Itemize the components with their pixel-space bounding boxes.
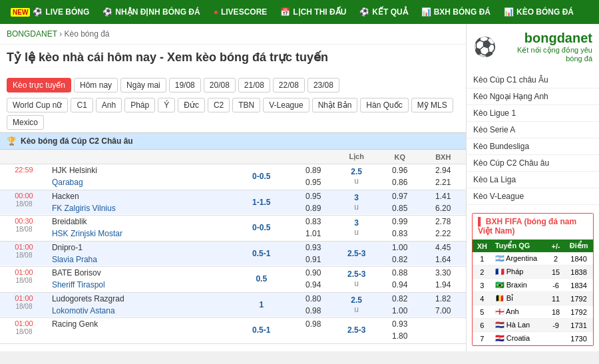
nav-bxh[interactable]: 📊 BXH BÓNG ĐÁ [416,5,496,19]
kq2: 0.86 [379,176,421,188]
nav-livescore[interactable]: ● LIVESCORE [208,5,273,19]
right-link-item[interactable]: Kèo Cúp C2 Châu âu [467,155,599,172]
team1-name: HJK Helsinki [48,164,230,177]
kq2: 0.85 [379,202,421,214]
match-score: 0-0.5 [230,216,293,240]
main-container: BONGDANET › Kèo bóng đá Tỷ lệ kèo nhà cá… [0,24,599,351]
tab-22-08[interactable]: 22/08 [273,78,305,92]
match-table: Lịch KQ BXH 22:59 HJK Helsinki 0-0.5 0.8… [0,150,466,344]
nav-lich-thi-dau[interactable]: 📅 LỊCH THI ĐẤU [275,5,351,19]
col-odds1 [293,150,334,164]
right-link-item[interactable]: Kèo La Liga [467,172,599,188]
bxh1 [421,318,467,331]
fifa-header: ▌ BXH FIFA (bóng đá nam Việt Nam) [473,214,593,240]
tag-han-quoc[interactable]: Hàn Quốc [360,98,408,112]
col-kq: KQ [379,150,421,164]
bxh1: 2.94 [421,164,467,177]
kq2: 1.80 [379,330,421,342]
handicap: 3 u [333,190,379,214]
fifa-diff: 2 [547,252,564,266]
nav-bxh-label: BXH BÓNG ĐÁ [434,7,491,17]
kq1: 1.00 [379,241,421,254]
nav-live-label: LIVE BÓNG [45,7,89,17]
fifa-row: 7 🇭🇷 Croatia 1730 [473,332,593,345]
team2-name: Qarabag [48,176,230,188]
tab-21-08[interactable]: 21/08 [238,78,270,92]
col-time [0,150,48,164]
nav-ket-qua[interactable]: ⚽ KẾT QUẢ [354,5,413,19]
tag-tbn[interactable]: TBN [232,98,260,112]
kq2: 1.00 [379,305,421,317]
nav-nhan-dinh[interactable]: ⚽ NHẬN ĐỊNH BÓNG ĐÁ [97,5,205,19]
breadcrumb-home[interactable]: BONGDANET [7,29,57,39]
tag-duc[interactable]: Đức [178,98,205,112]
logo-text: bongdanet [500,31,592,46]
tag-my-mls[interactable]: Mỹ MLS [411,98,453,112]
right-links: Kèo Cúp C1 châu ÂuKèo Ngoại Hạng AnhKèo … [467,69,599,208]
match-row: 01:00 18/08 Racing Genk 0.5-1 0.98 2.5-3… [0,318,466,331]
bxh1: 2.78 [421,216,467,228]
fifa-rank: 6 [473,319,492,332]
league-name: Kèo bóng đá Cúp C2 Châu âu [21,136,133,146]
tab-20-08[interactable]: 20/08 [204,78,236,92]
fifa-row: 2 🇫🇷 Pháp 15 1838 [473,266,593,279]
fifa-diff: -6 [547,279,564,292]
tag-mexico[interactable]: Mexico [7,115,44,130]
tab-19-08[interactable]: 19/08 [169,78,201,92]
fifa-row: 5 🏴󠁧󠁢󠁥󠁮󠁧󠁿 Anh 18 1792 [473,305,593,319]
right-link-item[interactable]: Kèo V-League [467,188,599,205]
tag-c2[interactable]: C2 [208,98,230,112]
fifa-country: 🇳🇱 Hà Lan [492,319,547,332]
match-score: 0.5-1 [230,318,293,343]
odds1: 0.90 [293,267,334,279]
tab-hom-nay[interactable]: Hôm nay [74,78,118,92]
fifa-country: 🇧🇪 Bỉ [492,292,547,305]
col-country: Tuyển QG [492,240,547,252]
nav-calendar-icon: 📅 [280,7,290,17]
tag-nhat-ban[interactable]: Nhật Bản [312,98,358,112]
odds2: 1.01 [293,228,334,240]
right-link-item[interactable]: Kèo Ngoại Hạng Anh [467,89,599,105]
fifa-rank: 3 [473,279,492,292]
nav-livescore-label: LIVESCORE [221,7,267,17]
tag-world-cup[interactable]: World Cup nữ [7,98,68,112]
kq1: 0.88 [379,267,421,279]
nav-nhan-dinh-label: NHẬN ĐỊNH BÓNG ĐÁ [115,7,200,17]
team2-name: FK Zalgiris Vilnius [48,202,230,214]
bxh1: 1.82 [421,292,467,305]
fifa-diff: 18 [547,305,564,319]
right-link-item[interactable]: Kèo Cúp C1 châu Âu [467,72,599,89]
tab-keo-truc-tuyen[interactable]: Kèo trực tuyến [7,78,71,92]
right-link-item[interactable]: Kèo Serie A [467,122,599,138]
nav-keo[interactable]: 📊 KÈO BÓNG ĐÁ [499,5,579,19]
bxh1: 3.30 [421,267,467,279]
tag-anh[interactable]: Anh [96,98,122,112]
logo-ball-icon: ⚽ [473,36,497,58]
right-link-item[interactable]: Kèo Bundesliga [467,138,599,155]
team1-name: Ludogorets Razgrad [48,292,230,305]
fifa-title-text: ▌ [478,217,486,226]
tag-y[interactable]: Ý [158,98,175,112]
odds2 [293,330,334,342]
tag-vleague[interactable]: V-League [263,98,309,112]
fifa-rank: 5 [473,305,492,319]
odds2: 0.89 [293,202,334,214]
tag-c1[interactable]: C1 [71,98,93,112]
fifa-country: 🇭🇷 Croatia [492,332,547,345]
tag-phap[interactable]: Pháp [124,98,155,112]
team2-name [48,330,230,342]
breadcrumb: BONGDANET › Kèo bóng đá [0,24,466,45]
league-header: 🏆 Kèo bóng đá Cúp C2 Châu âu [0,132,466,150]
tab-ngay-mai[interactable]: Ngày mai [120,78,166,92]
col-diff: +/- [547,240,564,252]
league-icon: 🏆 [7,136,17,146]
right-link-item[interactable]: Kèo Ligue 1 [467,105,599,122]
tab-23-08[interactable]: 23/08 [307,78,339,92]
nav-ketqua-label: KẾT QUẢ [372,7,407,17]
match-time: 01:00 18/08 [0,241,48,266]
kq1: 0.97 [379,190,421,202]
bxh2: 7.00 [421,305,467,317]
nav-live-bong[interactable]: NEW ⚽ LIVE BÓNG [5,5,95,19]
right-panel: ⚽ bongdanet Kết nối cộng đồng yêu bóng đ… [466,24,599,351]
flag-icon: 🇧🇪 [495,294,504,302]
